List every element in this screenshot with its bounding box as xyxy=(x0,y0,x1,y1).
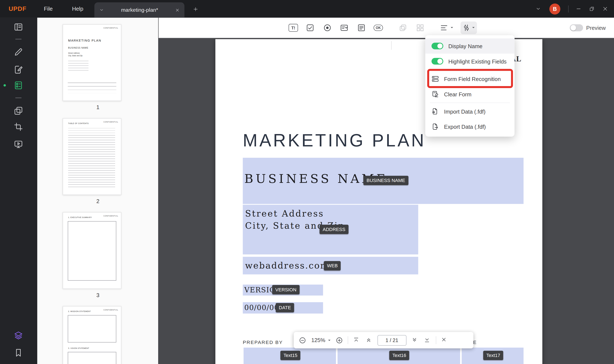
form-options-icon[interactable] xyxy=(462,24,471,32)
thumb-heading: TABLE OF CONTENTS xyxy=(68,123,89,124)
page-thumbnail-1[interactable]: CONFIDENTIAL MARKETING PLAN BUSINESS NAM… xyxy=(63,24,121,101)
comment-tool-icon[interactable] xyxy=(14,47,23,57)
list-box-tool-icon[interactable] xyxy=(357,24,366,32)
page-number-label: 1 xyxy=(37,104,158,110)
next-page-icon[interactable] xyxy=(411,337,418,344)
app-window: UPDF File Help marketing-plan* B xyxy=(0,0,614,364)
preview-toggle[interactable] xyxy=(570,24,583,31)
align-fields-icon[interactable] xyxy=(439,24,449,32)
menu-item-import-data[interactable]: Import Data (.fdf) xyxy=(425,104,515,119)
zoom-in-icon[interactable] xyxy=(336,337,343,344)
user-avatar[interactable]: B xyxy=(549,3,560,14)
edit-pdf-icon[interactable] xyxy=(14,65,23,74)
menu-item-highlight-existing-fields[interactable]: Highlight Existing Fields xyxy=(425,54,515,69)
page-navigation-toolbar: 125% 1 / 21 xyxy=(294,332,473,349)
web-text: webaddress.com xyxy=(245,261,329,271)
toolbar-divider xyxy=(391,41,392,50)
menu-item-label: Clear Form xyxy=(444,91,471,97)
field-name-badge: BUSINESS NAME xyxy=(363,176,408,185)
field-name-badge: Text16 xyxy=(389,351,409,360)
last-page-icon[interactable] xyxy=(424,337,431,344)
menu-file[interactable]: File xyxy=(44,0,53,18)
restore-window-button[interactable] xyxy=(585,0,598,18)
page-thumbnail-2[interactable]: CONFIDENTIAL TABLE OF CONTENTS xyxy=(63,118,121,195)
collapse-toolbar-chevron-icon[interactable] xyxy=(531,0,545,18)
field-name-badge: Text15 xyxy=(280,351,300,360)
pager-divider xyxy=(436,336,436,344)
app-logo: UPDF xyxy=(9,0,26,18)
page-thumbnail-3[interactable]: CONFIDENTIAL 1. EXECUTIVE SUMMARY xyxy=(63,212,121,289)
thumb-subtitle: BUSINESS NAME xyxy=(68,47,89,49)
close-window-button[interactable] xyxy=(599,0,612,18)
tab-chevron-down-icon[interactable] xyxy=(99,7,104,13)
zoom-dropdown-caret-icon[interactable] xyxy=(328,340,330,342)
display-name-toggle[interactable] xyxy=(431,43,443,49)
form-field-recognition-icon xyxy=(431,75,439,83)
combo-box-tool-icon[interactable] xyxy=(340,24,349,32)
titlebar: UPDF File Help marketing-plan* B xyxy=(0,0,614,18)
menu-divider xyxy=(430,103,510,103)
thumb-toc-lines xyxy=(68,128,115,188)
checkbox-tool-icon[interactable] xyxy=(305,24,315,32)
clear-form-icon xyxy=(431,90,439,98)
align-dropdown-caret-icon[interactable] xyxy=(451,27,453,29)
partial-column-label: E xyxy=(473,340,477,345)
thumb-confidential-label: CONFIDENTIAL xyxy=(104,215,118,217)
duplicate-fields-icon[interactable] xyxy=(398,24,408,32)
field-name-badge: VERSION xyxy=(272,285,300,294)
zoom-out-icon[interactable] xyxy=(299,337,306,344)
prepare-form-tool-icon[interactable] xyxy=(14,80,23,90)
menu-item-form-field-recognition[interactable]: Form Field Recognition xyxy=(425,71,515,87)
field-name-badge: Text17 xyxy=(483,351,503,360)
import-data-icon xyxy=(431,108,439,115)
reader-view-icon[interactable] xyxy=(14,22,23,32)
form-toolbar: T! OK Pr xyxy=(159,18,614,38)
menu-item-export-data[interactable]: Export Data (.fdf) xyxy=(425,119,515,134)
crop-tool-icon[interactable] xyxy=(14,122,23,131)
tab-title: marketing-plan* xyxy=(104,7,175,13)
thumb-mini-table xyxy=(68,83,117,93)
thumb-title: MARKETING PLAN xyxy=(68,39,102,42)
menu-item-label: Form Field Recognition xyxy=(444,76,501,82)
form-options-menu: Display Name Highlight Existing Fields F… xyxy=(425,35,515,137)
titlebar-separator xyxy=(568,5,569,12)
layers-icon[interactable] xyxy=(14,331,23,340)
page-indicator-input[interactable]: 1 / 21 xyxy=(377,335,406,345)
preview-label: Preview xyxy=(586,25,606,31)
bookmark-icon[interactable] xyxy=(14,348,23,357)
text-field-tool-icon[interactable]: T! xyxy=(289,24,298,32)
slideshow-icon[interactable] xyxy=(14,139,23,149)
document-canvas[interactable]: CONFIDENTIAL MARKETING PLAN BUSINESS NAM… xyxy=(159,38,614,364)
thumb-confidential-label: CONFIDENTIAL xyxy=(104,309,118,311)
menu-item-label: Import Data (.fdf) xyxy=(444,108,485,115)
distribute-fields-icon[interactable] xyxy=(416,24,425,32)
tool-divider xyxy=(15,97,22,98)
field-name-badge: DATE xyxy=(276,303,294,312)
page-number-label: 3 xyxy=(37,292,158,298)
first-page-icon[interactable] xyxy=(353,337,360,344)
push-button-tool-icon[interactable]: OK xyxy=(374,24,383,32)
menu-item-label: Highlight Existing Fields xyxy=(448,58,507,64)
zoom-level-value[interactable]: 125% xyxy=(311,337,325,343)
previous-page-icon[interactable] xyxy=(365,337,373,344)
organize-pages-icon[interactable] xyxy=(14,106,23,116)
highlight-fields-toggle[interactable] xyxy=(431,58,443,65)
new-tab-button[interactable] xyxy=(190,4,201,14)
tab-close-icon[interactable] xyxy=(175,8,180,12)
menu-item-label: Display Name xyxy=(448,43,483,49)
radio-button-tool-icon[interactable] xyxy=(323,24,332,32)
menu-item-label: Export Data (.fdf) xyxy=(444,123,486,130)
pager-divider xyxy=(348,336,348,344)
document-tab[interactable]: marketing-plan* xyxy=(94,2,184,18)
close-pager-icon[interactable] xyxy=(441,337,448,344)
menu-item-display-name[interactable]: Display Name xyxy=(425,38,515,54)
page-thumbnail-4[interactable]: CONFIDENTIAL 2. MISSION STATEMENT 3. VIS… xyxy=(63,306,121,364)
menu-help[interactable]: Help xyxy=(72,0,83,18)
active-tool-indicator xyxy=(4,84,6,87)
form-options-dropdown-caret-icon[interactable] xyxy=(472,27,475,29)
thumb-confidential-label: CONFIDENTIAL xyxy=(104,27,118,29)
thumb-content-box xyxy=(68,221,117,281)
menu-item-clear-form[interactable]: Clear Form xyxy=(425,87,515,102)
field-name-badge: ADDRESS xyxy=(320,225,349,234)
minimize-button[interactable] xyxy=(572,0,585,18)
